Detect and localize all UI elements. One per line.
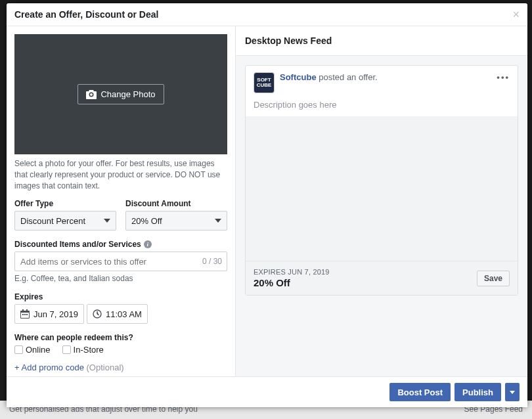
offer-summary-strip: EXPIRES JUN 7, 2019 20% Off Save	[246, 261, 518, 295]
post-options-icon[interactable]: •••	[497, 72, 510, 82]
post-description-placeholder: Description goes here	[246, 96, 518, 116]
offer-type-label: Offer Type	[14, 199, 116, 208]
redeem-label: Where can people redeem this?	[14, 333, 227, 342]
chevron-down-icon	[104, 219, 110, 223]
offer-discount-text: 20% Off	[254, 277, 330, 288]
create-offer-modal: Create an Offer, Discount or Deal × Chan…	[7, 3, 527, 407]
expires-time-picker[interactable]: 11:03 AM	[87, 304, 148, 324]
post-preview-card: SOFT CUBE Softcube posted an offer. ••• …	[245, 65, 518, 296]
offer-type-value: Discount Percent	[20, 216, 85, 226]
chevron-down-icon	[215, 219, 221, 223]
offer-expires-text: EXPIRES JUN 7, 2019	[254, 268, 330, 276]
post-action-text: posted an offer.	[317, 72, 378, 82]
publish-dropdown-button[interactable]	[505, 383, 520, 401]
expires-date-picker[interactable]: Jun 7, 2019	[14, 304, 84, 324]
expires-time-value: 11:03 AM	[106, 309, 142, 319]
modal-title: Create an Offer, Discount or Deal	[14, 9, 158, 20]
expires-label: Expires	[14, 292, 227, 301]
redeem-instore-label: In-Store	[74, 345, 104, 355]
expires-date-value: Jun 7, 2019	[33, 309, 78, 319]
redeem-online-label: Online	[26, 345, 51, 355]
offer-type-select[interactable]: Discount Percent	[14, 211, 116, 231]
modal-header: Create an Offer, Discount or Deal ×	[7, 3, 527, 26]
close-icon[interactable]: ×	[512, 9, 520, 20]
add-promo-code-link[interactable]: + Add promo code	[14, 363, 84, 372]
discount-amount-select[interactable]: 20% Off	[125, 211, 227, 231]
photo-hint-text: Select a photo for your offer. For best …	[14, 158, 227, 191]
boost-post-button[interactable]: Boost Post	[389, 383, 451, 401]
discount-amount-label: Discount Amount	[125, 199, 227, 208]
change-photo-button[interactable]: Change Photo	[78, 84, 164, 104]
preview-panel: Desktop News Feed SOFT CUBE Softcube pos…	[235, 26, 527, 376]
save-offer-button[interactable]: Save	[477, 271, 510, 286]
optional-text: (Optional)	[87, 363, 124, 372]
page-avatar[interactable]: SOFT CUBE	[254, 72, 275, 93]
items-input[interactable]	[14, 252, 227, 271]
publish-button[interactable]: Publish	[454, 383, 501, 401]
items-hint: E.g. Coffee, tea, and Italian sodas	[14, 274, 227, 283]
info-icon[interactable]: i	[144, 240, 152, 248]
preview-header: Desktop News Feed	[236, 26, 527, 56]
clock-icon	[93, 309, 102, 319]
calendar-icon	[20, 309, 30, 319]
change-photo-label: Change Photo	[100, 89, 155, 99]
post-image-placeholder	[246, 116, 518, 261]
chevron-down-icon	[510, 391, 515, 394]
modal-footer: Boost Post Publish	[7, 376, 527, 407]
discount-amount-value: 20% Off	[131, 216, 162, 226]
offer-photo-area: Change Photo	[14, 34, 227, 154]
redeem-instore-checkbox[interactable]: In-Store	[62, 345, 104, 355]
items-label: Discounted Items and/or Services i	[14, 240, 227, 249]
page-name-link[interactable]: Softcube	[280, 72, 317, 82]
redeem-online-checkbox[interactable]: Online	[14, 345, 51, 355]
camera-icon	[86, 90, 97, 99]
offer-form-panel: Change Photo Select a photo for your off…	[7, 26, 235, 376]
